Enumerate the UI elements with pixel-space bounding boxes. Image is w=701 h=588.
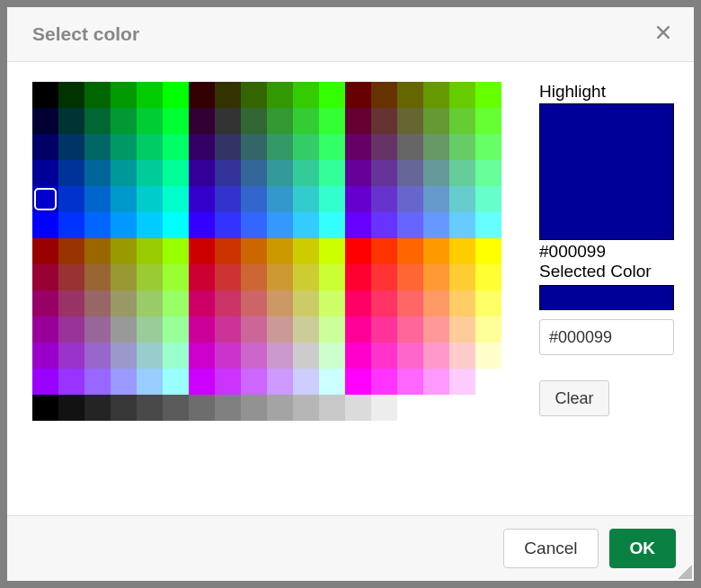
color-swatch[interactable] bbox=[397, 160, 423, 186]
color-swatch[interactable] bbox=[475, 264, 501, 290]
gray-swatch[interactable] bbox=[267, 395, 293, 421]
color-swatch[interactable] bbox=[58, 290, 84, 316]
color-swatch[interactable] bbox=[449, 238, 475, 264]
color-swatch[interactable] bbox=[58, 212, 84, 238]
color-swatch[interactable] bbox=[397, 108, 423, 134]
color-swatch[interactable] bbox=[241, 264, 267, 290]
color-swatch[interactable] bbox=[32, 316, 58, 343]
color-swatch[interactable] bbox=[371, 134, 397, 160]
color-swatch[interactable] bbox=[241, 290, 267, 316]
color-swatch[interactable] bbox=[241, 82, 267, 108]
color-swatch[interactable] bbox=[319, 186, 345, 212]
color-swatch[interactable] bbox=[111, 134, 137, 160]
gray-swatch[interactable] bbox=[241, 395, 267, 421]
color-swatch[interactable] bbox=[163, 343, 189, 369]
color-swatch[interactable] bbox=[345, 369, 371, 395]
color-swatch[interactable] bbox=[215, 108, 241, 134]
color-swatch[interactable] bbox=[397, 238, 423, 264]
color-swatch[interactable] bbox=[319, 290, 345, 316]
color-swatch[interactable] bbox=[32, 264, 58, 290]
color-swatch[interactable] bbox=[371, 212, 397, 238]
color-swatch[interactable] bbox=[189, 369, 215, 395]
color-swatch[interactable] bbox=[397, 212, 423, 238]
color-swatch[interactable] bbox=[267, 108, 293, 134]
color-swatch[interactable] bbox=[163, 186, 189, 212]
color-swatch[interactable] bbox=[84, 212, 111, 238]
color-swatch[interactable] bbox=[423, 212, 449, 238]
color-swatch[interactable] bbox=[397, 290, 423, 316]
color-swatch[interactable] bbox=[111, 160, 137, 186]
color-swatch[interactable] bbox=[423, 369, 449, 395]
color-swatch[interactable] bbox=[449, 369, 475, 395]
color-swatch[interactable] bbox=[319, 238, 345, 264]
color-swatch[interactable] bbox=[215, 238, 241, 264]
color-swatch[interactable] bbox=[241, 134, 267, 160]
color-swatch[interactable] bbox=[345, 212, 371, 238]
color-swatch[interactable] bbox=[137, 343, 163, 369]
gray-swatch[interactable] bbox=[32, 395, 58, 421]
color-swatch[interactable] bbox=[215, 160, 241, 186]
color-swatch[interactable] bbox=[371, 264, 397, 290]
color-swatch[interactable] bbox=[215, 369, 241, 395]
color-swatch[interactable] bbox=[345, 316, 371, 343]
ok-button[interactable]: OK bbox=[609, 529, 677, 568]
color-swatch[interactable] bbox=[475, 212, 501, 238]
color-swatch[interactable] bbox=[449, 212, 475, 238]
color-swatch[interactable] bbox=[111, 212, 137, 238]
color-swatch[interactable] bbox=[215, 82, 241, 108]
color-swatch[interactable] bbox=[267, 160, 293, 186]
color-swatch[interactable] bbox=[189, 316, 215, 343]
color-swatch[interactable] bbox=[84, 108, 111, 134]
color-swatch[interactable] bbox=[449, 264, 475, 290]
color-swatch[interactable] bbox=[111, 290, 137, 316]
color-swatch[interactable] bbox=[163, 290, 189, 316]
color-swatch[interactable] bbox=[189, 290, 215, 316]
color-swatch[interactable] bbox=[293, 82, 319, 108]
color-swatch[interactable] bbox=[293, 160, 319, 186]
color-swatch[interactable] bbox=[189, 82, 215, 108]
color-swatch[interactable] bbox=[84, 238, 111, 264]
color-swatch[interactable] bbox=[319, 369, 345, 395]
color-swatch[interactable] bbox=[137, 160, 163, 186]
gray-swatch[interactable] bbox=[189, 395, 215, 421]
color-swatch[interactable] bbox=[241, 186, 267, 212]
color-swatch[interactable] bbox=[371, 343, 397, 369]
color-swatch[interactable] bbox=[397, 82, 423, 108]
color-swatch[interactable] bbox=[293, 290, 319, 316]
color-swatch[interactable] bbox=[241, 316, 267, 343]
color-swatch[interactable] bbox=[163, 82, 189, 108]
color-swatch[interactable] bbox=[215, 316, 241, 343]
color-swatch[interactable] bbox=[345, 186, 371, 212]
color-swatch[interactable] bbox=[293, 316, 319, 343]
gray-swatch[interactable] bbox=[293, 395, 319, 421]
color-swatch[interactable] bbox=[241, 160, 267, 186]
color-swatch[interactable] bbox=[189, 186, 215, 212]
color-swatch[interactable] bbox=[293, 264, 319, 290]
color-swatch[interactable] bbox=[163, 160, 189, 186]
color-swatch[interactable] bbox=[58, 82, 84, 108]
color-swatch[interactable] bbox=[137, 316, 163, 343]
cancel-button[interactable]: Cancel bbox=[503, 529, 598, 568]
color-swatch[interactable] bbox=[111, 82, 137, 108]
color-swatch[interactable] bbox=[345, 264, 371, 290]
color-swatch[interactable] bbox=[319, 108, 345, 134]
color-swatch[interactable] bbox=[397, 316, 423, 343]
color-swatch[interactable] bbox=[58, 316, 84, 343]
color-swatch[interactable] bbox=[32, 238, 58, 264]
color-swatch[interactable] bbox=[397, 264, 423, 290]
color-swatch[interactable] bbox=[189, 343, 215, 369]
color-swatch[interactable] bbox=[423, 160, 449, 186]
color-swatch[interactable] bbox=[475, 343, 501, 369]
color-swatch[interactable] bbox=[267, 238, 293, 264]
color-swatch[interactable] bbox=[475, 160, 501, 186]
color-swatch[interactable] bbox=[397, 369, 423, 395]
color-swatch[interactable] bbox=[84, 369, 111, 395]
color-swatch[interactable] bbox=[293, 212, 319, 238]
color-swatch[interactable] bbox=[189, 160, 215, 186]
color-swatch[interactable] bbox=[84, 186, 111, 212]
color-swatch[interactable] bbox=[371, 160, 397, 186]
color-swatch[interactable] bbox=[423, 290, 449, 316]
color-swatch[interactable] bbox=[293, 343, 319, 369]
color-swatch[interactable] bbox=[58, 343, 84, 369]
color-swatch[interactable] bbox=[371, 316, 397, 343]
